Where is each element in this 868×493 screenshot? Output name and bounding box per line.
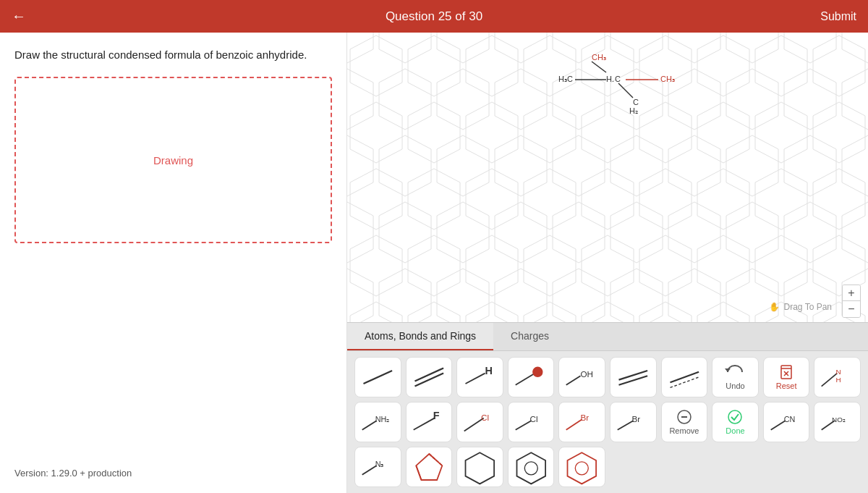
benzene-tool[interactable]: [456, 447, 503, 487]
br-bond-red-tool[interactable]: Br: [558, 402, 605, 442]
svg-text:Br: Br: [581, 413, 590, 422]
cl-bond-tool[interactable]: Cl: [508, 402, 555, 442]
main-layout: Draw the structural condensed formula of…: [0, 33, 868, 493]
tab-atoms-bonds-rings[interactable]: Atoms, Bonds and Rings: [347, 323, 493, 350]
svg-line-40: [515, 421, 531, 430]
n3-bond-tool[interactable]: N₃: [354, 447, 401, 487]
svg-marker-61: [568, 452, 597, 484]
svg-text:NH₂: NH₂: [375, 415, 390, 424]
svg-text:C: C: [633, 98, 639, 106]
oh-bond-tool[interactable]: OH: [558, 357, 605, 397]
svg-text:H₃C: H₃C: [558, 75, 573, 83]
svg-text:Br: Br: [631, 414, 640, 424]
header: ← Question 25 of 30 Submit: [0, 0, 868, 33]
svg-text:N: N: [836, 368, 841, 376]
svg-text:OH: OH: [581, 369, 594, 379]
svg-point-62: [576, 462, 589, 475]
hand-icon: ✋: [769, 302, 780, 312]
svg-text:NO₂: NO₂: [832, 416, 846, 424]
tabs-row: Atoms, Bonds and Rings Charges: [347, 323, 868, 351]
header-title: Question 25 of 30: [386, 9, 482, 24]
svg-text:H₂: H₂: [629, 106, 638, 115]
cyclohexane-tool[interactable]: [508, 447, 555, 487]
remove-button[interactable]: Remove: [661, 402, 708, 442]
svg-text:CH₃: CH₃: [592, 53, 606, 62]
tools-grid: H OH: [347, 351, 868, 493]
svg-line-23: [618, 376, 647, 385]
nh-bond-tool[interactable]: N H: [814, 357, 861, 397]
svg-line-20: [566, 376, 581, 385]
svg-line-25: [670, 377, 699, 387]
svg-rect-27: [781, 366, 791, 379]
svg-point-60: [524, 462, 537, 475]
svg-line-24: [670, 372, 699, 382]
hydrogen-tool[interactable]: H: [456, 357, 503, 397]
svg-point-19: [532, 367, 542, 377]
svg-marker-59: [516, 452, 545, 484]
aromatic-ring-tool[interactable]: [558, 447, 605, 487]
oxygen-bond-tool[interactable]: [508, 357, 555, 397]
zoom-controls: + −: [842, 285, 861, 318]
done-button[interactable]: Done: [712, 402, 759, 442]
remove-label: Remove: [669, 426, 699, 435]
cn-bond-tool[interactable]: CN: [763, 402, 810, 442]
submit-button[interactable]: Submit: [820, 10, 856, 23]
no2-bond-tool[interactable]: NO₂: [814, 402, 861, 442]
svg-line-34: [362, 421, 377, 430]
nh2-bond-tool[interactable]: NH₂: [354, 402, 401, 442]
undo-button[interactable]: Undo: [712, 357, 759, 397]
svg-line-16: [466, 374, 485, 384]
double-bond-tool[interactable]: [406, 357, 453, 397]
svg-point-48: [728, 410, 741, 424]
svg-text:N₃: N₃: [375, 460, 384, 468]
svg-text:H: H: [485, 365, 493, 376]
br-bond-tool[interactable]: Br: [610, 402, 657, 442]
tab-charges[interactable]: Charges: [493, 323, 566, 350]
done-label: Done: [726, 426, 744, 435]
drag-to-pan-text: Drag To Pan: [784, 302, 833, 312]
aromatic-bond-tool[interactable]: [661, 357, 708, 397]
cyclopentadiene-tool[interactable]: [406, 447, 453, 487]
right-panel: CH₃ H. C CH₃ H₃C C H₂ ✋: [347, 33, 868, 493]
svg-text:H: H: [836, 376, 841, 384]
left-panel: Draw the structural condensed formula of…: [0, 33, 347, 493]
drag-to-pan-label: ✋ Drag To Pan: [769, 302, 833, 312]
undo-label: Undo: [726, 382, 744, 390]
bottom-toolbar: Atoms, Bonds and Rings Charges: [347, 322, 868, 493]
svg-line-53: [362, 465, 377, 475]
svg-text:Cl: Cl: [481, 413, 489, 422]
single-bond-tool[interactable]: [354, 357, 401, 397]
zoom-in-button[interactable]: +: [843, 285, 860, 301]
svg-line-44: [618, 421, 634, 430]
version-text: Version: 1.29.0 + production: [14, 453, 332, 479]
svg-line-42: [566, 419, 582, 429]
svg-text:C: C: [615, 75, 621, 83]
svg-line-56: [416, 465, 421, 480]
svg-line-36: [413, 418, 434, 430]
svg-line-31: [822, 374, 838, 387]
svg-line-22: [618, 371, 647, 380]
svg-text:H.: H.: [606, 75, 614, 83]
hex-canvas[interactable]: CH₃ H. C CH₃ H₃C C H₂ ✋: [347, 33, 868, 322]
drawing-placeholder: Drawing: [153, 154, 193, 167]
back-button[interactable]: ←: [12, 8, 26, 25]
svg-line-49: [770, 421, 785, 430]
reset-button[interactable]: Reset: [763, 357, 810, 397]
svg-text:F: F: [433, 410, 439, 421]
drawing-area[interactable]: Drawing: [14, 77, 332, 243]
svg-line-13: [363, 371, 392, 384]
question-text: Draw the structural condensed formula of…: [14, 47, 332, 62]
svg-marker-58: [466, 452, 495, 484]
cl-bond-red-tool[interactable]: Cl: [456, 402, 503, 442]
svg-text:CN: CN: [783, 415, 795, 424]
zoom-out-button[interactable]: −: [843, 301, 860, 317]
reset-label: Reset: [776, 382, 797, 390]
f-bond-tool[interactable]: F: [406, 402, 453, 442]
hex-grid: CH₃ H. C CH₃ H₃C C H₂: [347, 33, 868, 322]
double-bond-2-tool[interactable]: [610, 357, 657, 397]
svg-marker-26: [725, 368, 731, 372]
svg-text:Cl: Cl: [529, 414, 537, 424]
svg-text:CH₃: CH₃: [660, 75, 675, 83]
svg-line-18: [515, 374, 535, 385]
